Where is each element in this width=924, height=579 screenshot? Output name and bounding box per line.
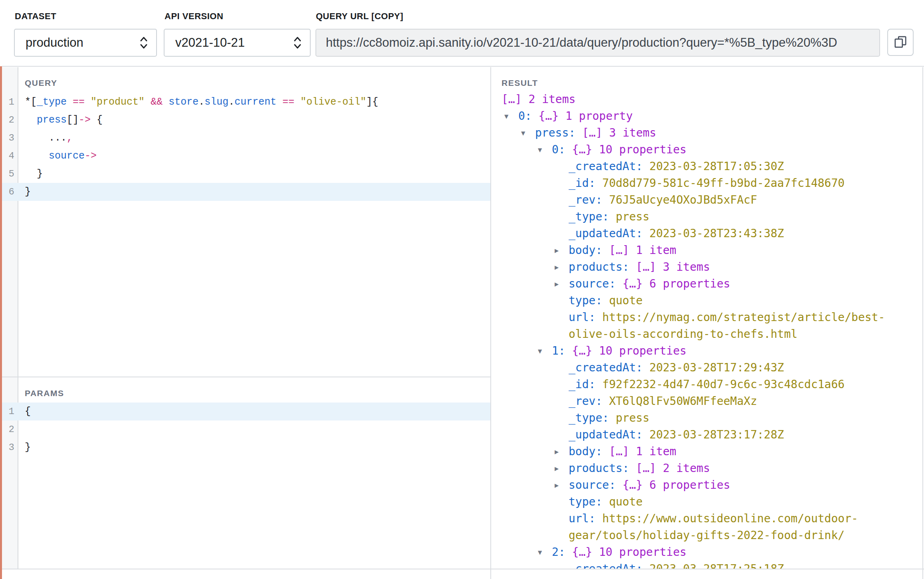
json-value: XT6lQ8lFv50W6MFfeeMaXz [609,395,757,408]
expand-toggle-icon[interactable]: ▶ [555,460,559,477]
query-url-label[interactable]: QUERY URL [COPY] [316,11,403,22]
params-line-numbers: 123 [2,403,18,456]
json-key: _rev: [569,395,602,408]
result-row: ▶products: […] 2 items [502,460,918,477]
json-structure-summary: […] 3 items [582,126,656,139]
bottom-divider [2,569,924,569]
query-line-numbers: 123456 [2,93,18,201]
api-version-selected-value: v2021-10-21 [175,36,245,50]
result-row: type: quote [502,494,918,510]
collapse-toggle-icon[interactable]: ▼ [521,125,525,141]
expand-toggle-icon[interactable]: ▶ [555,276,559,292]
api-version-label: API VERSION [165,11,223,22]
json-value: https://nymag.com/strategist/article/bes… [569,311,885,341]
expand-toggle-icon[interactable]: ▶ [555,242,559,259]
result-row: ▶source: {…} 6 properties [502,477,918,494]
json-key: source: [569,277,616,290]
json-value: 2023-03-28T17:05:30Z [649,160,784,173]
json-key: _rev: [569,193,602,206]
expand-toggle-icon[interactable]: ▶ [555,259,559,276]
json-key: _createdAt: [569,160,642,173]
query-url-input[interactable] [315,29,880,57]
params-panel-title: PARAMS [25,388,64,399]
dataset-select[interactable]: production [14,29,157,57]
json-value: 2023-03-28T17:25:18Z [649,562,784,569]
code-line[interactable] [25,420,489,438]
copy-icon [893,35,908,50]
json-key: _id: [569,378,595,391]
code-line[interactable]: } [25,183,489,201]
json-structure-summary: […] 3 items [636,260,710,274]
json-key: type: [569,294,602,307]
result-row: _updatedAt: 2023-03-28T23:43:38Z [502,225,918,242]
code-line[interactable]: { [25,403,489,420]
line-number: 5 [2,165,18,183]
topbar: DATASET production API VERSION v2021-10-… [0,0,924,66]
json-key: body: [569,244,602,257]
copy-url-button[interactable] [887,29,914,56]
json-value: https://www.outsideonline.com/outdoor-ge… [569,512,858,542]
expand-toggle-icon[interactable]: ▶ [555,477,559,494]
line-number: 3 [2,438,18,456]
json-key: source: [569,478,616,492]
json-structure-summary: {…} 10 properties [572,143,687,156]
api-version-select[interactable]: v2021-10-21 [164,29,311,57]
query-editor-panel: QUERY 123456 *[_type == "product" && sto… [2,67,490,377]
result-row: _createdAt: 2023-03-28T17:29:43Z [502,359,918,376]
json-structure-summary: […] 2 items [636,462,710,475]
line-number: 2 [2,420,18,438]
json-key: _createdAt: [569,562,642,569]
topbar-divider [2,66,924,67]
result-row: […] 2 items [502,91,918,108]
result-row: ▼1: {…} 10 properties [502,343,918,359]
params-editor[interactable]: { } [25,403,489,456]
json-key: body: [569,445,602,458]
code-line[interactable]: press[]-> { [25,111,489,129]
json-key: 0: [518,109,532,123]
line-number: 1 [2,93,18,111]
result-row: _createdAt: 2023-03-28T17:05:30Z [502,158,918,175]
result-row: _rev: XT6lQ8lFv50W6MFfeeMaXz [502,393,918,410]
json-key: _type: [569,411,609,424]
json-key: _createdAt: [569,361,642,374]
result-row: url: https://nymag.com/strategist/articl… [502,309,918,343]
json-key: type: [569,495,602,508]
json-value: quote [609,495,642,508]
code-line[interactable]: ..., [25,129,489,147]
result-row: ▶body: […] 1 item [502,443,918,460]
query-panel-title: QUERY [25,77,57,89]
code-line[interactable]: *[_type == "product" && store.slug.curre… [25,93,489,111]
chevron-updown-icon [139,35,148,50]
result-panel-title: RESULT [502,77,538,89]
json-value: 76J5aUcye4OXoJBd5xFAcF [609,193,757,206]
json-value: 70d8d779-581c-49ff-b9bd-2aa7fc148670 [602,176,845,190]
result-panel: RESULT […] 2 items▼0: {…} 1 property▼pre… [490,67,923,569]
json-value: press [616,411,649,424]
result-row: _rev: 76J5aUcye4OXoJBd5xFAcF [502,192,918,208]
collapse-toggle-icon[interactable]: ▼ [538,141,542,158]
result-row: _type: press [502,208,918,225]
json-structure-summary: {…} 6 properties [623,277,730,290]
query-editor[interactable]: *[_type == "product" && store.slug.curre… [25,93,489,201]
collapse-toggle-icon[interactable]: ▼ [538,343,542,359]
json-value: 2023-03-28T23:17:28Z [649,428,784,441]
json-value: 2023-03-28T23:43:38Z [649,227,784,240]
code-line[interactable]: } [25,438,489,456]
line-number: 6 [2,183,18,201]
collapse-toggle-icon[interactable]: ▼ [538,544,542,561]
code-line[interactable]: source-> [25,147,489,165]
json-value: f92f2232-4d47-40d7-9c6c-93c48cdc1a66 [602,378,845,391]
result-row: ▶source: {…} 6 properties [502,276,918,292]
chevron-updown-icon [293,35,302,50]
expand-toggle-icon[interactable]: ▶ [555,443,559,460]
json-structure-summary: […] 1 item [609,244,676,257]
code-line[interactable]: } [25,165,489,183]
result-row: ▶products: […] 3 items [502,259,918,276]
line-number: 1 [2,403,18,420]
json-key: _updatedAt: [569,428,642,441]
json-key: url: [569,512,595,525]
panel-divider [922,569,923,579]
json-key: _updatedAt: [569,227,642,240]
panel-divider [490,569,491,579]
collapse-toggle-icon[interactable]: ▼ [504,108,508,125]
